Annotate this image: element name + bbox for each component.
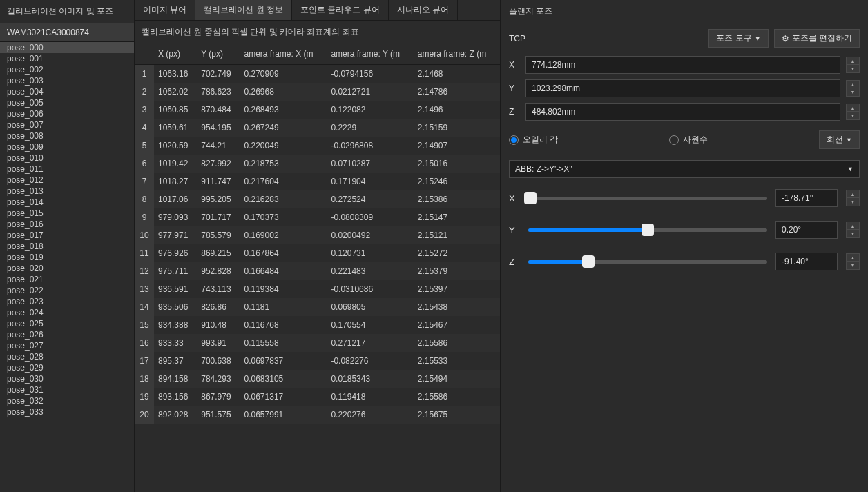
table-row[interactable]: 41059.61954.1950.2672490.22292.15159 <box>135 119 500 137</box>
slider-x[interactable] <box>528 191 767 205</box>
pose-list-item[interactable]: pose_018 <box>0 241 134 252</box>
slider-y-thumb[interactable] <box>642 224 654 236</box>
pose-list-item[interactable]: pose_006 <box>0 108 134 119</box>
tab-0[interactable]: 이미지 뷰어 <box>135 0 195 20</box>
tab-1[interactable]: 캘리브레이션 원 정보 <box>195 0 292 20</box>
pose-list-item[interactable]: pose_024 <box>0 307 134 318</box>
edit-pose-button[interactable]: 포즈를 편집하기 <box>774 29 860 48</box>
slider-z-thumb[interactable] <box>582 255 595 268</box>
pose-list-item[interactable]: pose_028 <box>0 351 134 362</box>
table-row[interactable]: 15934.388910.480.1167680.1705542.15467 <box>135 316 500 334</box>
table-row[interactable]: 12975.711952.8280.1664840.2214832.15379 <box>135 262 500 280</box>
table-header[interactable] <box>135 43 154 65</box>
table-header[interactable]: Y (px) <box>197 43 240 65</box>
pose-list-item[interactable]: pose_029 <box>0 362 134 373</box>
chevron-down-icon[interactable]: ▼ <box>847 112 859 119</box>
table-row[interactable]: 20892.028951.5750.06579910.2202762.15675 <box>135 406 500 424</box>
chevron-up-icon[interactable]: ▲ <box>847 222 859 230</box>
table-row[interactable]: 17895.37700.6380.0697837-0.0822762.15533 <box>135 352 500 370</box>
table-row[interactable]: 21062.02786.6230.269680.02127212.14786 <box>135 83 500 101</box>
chevron-down-icon[interactable]: ▼ <box>847 198 859 206</box>
table-row[interactable]: 31060.85870.4840.2684930.1220822.1496 <box>135 101 500 119</box>
pose-list-item[interactable]: pose_025 <box>0 318 134 329</box>
pose-list-item[interactable]: pose_017 <box>0 230 134 241</box>
slider-x-spinner[interactable]: ▲ ▼ <box>846 190 860 206</box>
pose-list-item[interactable]: pose_027 <box>0 340 134 351</box>
pose-list-item[interactable]: pose_000 <box>0 42 134 53</box>
euler-radio[interactable]: 오일러 각 <box>509 134 558 146</box>
pose-list-item[interactable]: pose_009 <box>0 141 134 152</box>
coord-z-spinner[interactable]: ▲ ▼ <box>846 104 860 120</box>
pose-list-item[interactable]: pose_022 <box>0 285 134 296</box>
pose-list-item[interactable]: pose_026 <box>0 329 134 340</box>
slider-z-spinner[interactable]: ▲ ▼ <box>846 253 860 270</box>
table-row[interactable]: 18894.158784.2930.06831050.01853432.1549… <box>135 370 500 388</box>
pose-list-item[interactable]: pose_007 <box>0 119 134 130</box>
pose-list-item[interactable]: pose_019 <box>0 252 134 263</box>
device-tab[interactable]: WAM3021CA3000874 <box>0 23 134 42</box>
table-wrap[interactable]: X (px)Y (px)amera frame: X (mamera frame… <box>135 43 500 492</box>
pose-list-item[interactable]: pose_032 <box>0 395 134 406</box>
table-row[interactable]: 71018.27911.7470.2176040.1719042.15246 <box>135 173 500 190</box>
pose-list-item[interactable]: pose_020 <box>0 263 134 274</box>
chevron-down-icon[interactable]: ▼ <box>847 262 859 269</box>
chevron-down-icon[interactable]: ▼ <box>847 88 859 96</box>
slider-z[interactable] <box>528 255 767 268</box>
pose-list-item[interactable]: pose_010 <box>0 152 134 164</box>
table-row[interactable]: 10977.971785.5790.1690020.02004922.15121 <box>135 226 500 244</box>
chevron-down-icon[interactable]: ▼ <box>847 230 859 237</box>
pose-list-item[interactable]: pose_004 <box>0 86 134 97</box>
table-row[interactable]: 14935.506826.860.11810.0698052.15438 <box>135 298 500 316</box>
table-row[interactable]: 9979.093701.7170.170373-0.08083092.15147 <box>135 208 500 226</box>
rotate-button[interactable]: 회전▼ <box>819 130 860 149</box>
pose-list-item[interactable]: pose_033 <box>0 406 134 417</box>
pose-tools-button[interactable]: 포즈 도구▼ <box>708 29 768 48</box>
table-row[interactable]: 11976.926869.2150.1678640.1207312.15272 <box>135 244 500 262</box>
chevron-up-icon[interactable]: ▲ <box>847 190 859 198</box>
table-row[interactable]: 81017.06995.2050.2162830.2725242.15386 <box>135 190 500 208</box>
slider-z-value[interactable] <box>775 253 838 270</box>
pose-list-item[interactable]: pose_001 <box>0 53 134 64</box>
table-row[interactable]: 11063.16702.7490.270909-0.07941562.1468 <box>135 65 500 83</box>
slider-y[interactable] <box>528 223 767 237</box>
slider-y-spinner[interactable]: ▲ ▼ <box>846 222 860 238</box>
table-row[interactable]: 19893.156867.9790.06713170.1194182.15586 <box>135 388 500 406</box>
table-row[interactable]: 51020.59744.210.220049-0.02968082.14907 <box>135 137 500 155</box>
quaternion-radio[interactable]: 사원수 <box>669 134 708 146</box>
chevron-up-icon[interactable]: ▲ <box>847 104 859 112</box>
pose-list-item[interactable]: pose_013 <box>0 186 134 197</box>
table-header[interactable]: X (px) <box>154 43 197 65</box>
pose-list-item[interactable]: pose_008 <box>0 130 134 141</box>
pose-list-item[interactable]: pose_021 <box>0 274 134 285</box>
pose-list-item[interactable]: pose_016 <box>0 219 134 230</box>
coord-z-input[interactable] <box>525 103 840 121</box>
coord-y-input[interactable] <box>525 79 840 97</box>
table-header[interactable]: amera frame: Y (m <box>327 43 413 65</box>
table-row[interactable]: 16933.33993.910.1155580.2712172.15586 <box>135 334 500 352</box>
chevron-up-icon[interactable]: ▲ <box>847 57 859 65</box>
table-header[interactable]: amera frame: Z (m <box>414 43 500 65</box>
pose-list-item[interactable]: pose_002 <box>0 64 134 75</box>
pose-list-item[interactable]: pose_031 <box>0 384 134 395</box>
table-row[interactable]: 61019.42827.9920.2187530.07102872.15016 <box>135 155 500 173</box>
pose-list-item[interactable]: pose_005 <box>0 97 134 108</box>
pose-list-item[interactable]: pose_030 <box>0 373 134 384</box>
convention-select[interactable]: ABB: Z->Y'->X'' ▼ <box>509 160 860 178</box>
pose-list-item[interactable]: pose_023 <box>0 296 134 307</box>
table-row[interactable]: 13936.591743.1130.119384-0.03106862.1539… <box>135 280 500 298</box>
tab-2[interactable]: 포인트 클라우드 뷰어 <box>292 0 389 20</box>
chevron-up-icon[interactable]: ▲ <box>847 81 859 88</box>
pose-list-item[interactable]: pose_011 <box>0 164 134 175</box>
chevron-down-icon[interactable]: ▼ <box>847 65 859 72</box>
coord-y-spinner[interactable]: ▲ ▼ <box>846 80 860 97</box>
coord-x-spinner[interactable]: ▲ ▼ <box>846 57 860 73</box>
coord-x-input[interactable] <box>525 56 840 74</box>
pose-list-item[interactable]: pose_012 <box>0 175 134 186</box>
slider-y-value[interactable] <box>775 221 838 239</box>
chevron-up-icon[interactable]: ▲ <box>847 254 859 262</box>
tab-3[interactable]: 시나리오 뷰어 <box>389 0 458 20</box>
slider-x-value[interactable] <box>775 189 838 207</box>
table-header[interactable]: amera frame: X (m <box>240 43 327 65</box>
pose-list-item[interactable]: pose_003 <box>0 75 134 86</box>
pose-list-item[interactable]: pose_015 <box>0 208 134 219</box>
